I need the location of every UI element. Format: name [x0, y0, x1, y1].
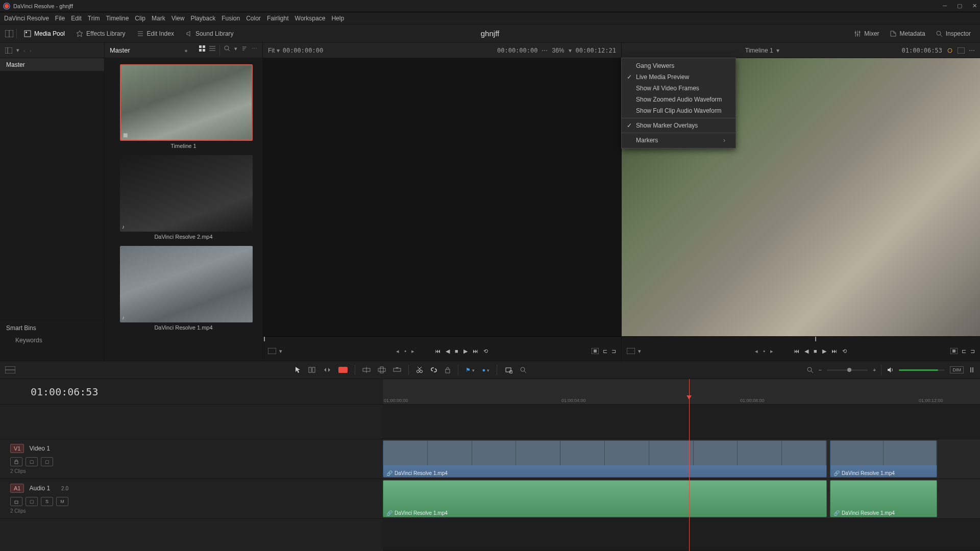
- menu-gang-viewers[interactable]: Gang Viewers: [622, 60, 736, 71]
- list-view-icon[interactable]: [209, 45, 215, 56]
- sound-library-button[interactable]: Sound Library: [181, 28, 238, 39]
- mute-icon[interactable]: [969, 366, 975, 373]
- thumb-view-icon[interactable]: [199, 45, 205, 56]
- sort-icon[interactable]: [241, 45, 248, 56]
- out-point-icon[interactable]: ⊐: [970, 348, 975, 355]
- source-options-icon[interactable]: ⋯: [542, 47, 548, 54]
- stop-dot-icon[interactable]: •: [404, 348, 406, 354]
- track-solo-button[interactable]: S: [41, 497, 53, 506]
- zoom-percentage[interactable]: 36%: [552, 47, 564, 54]
- volume-slider[interactable]: [899, 369, 945, 371]
- mixer-button[interactable]: Mixer: [850, 28, 883, 39]
- panel-layout-icon[interactable]: [5, 47, 12, 54]
- menu-playback[interactable]: Playback: [190, 15, 215, 22]
- menu-view[interactable]: View: [172, 15, 185, 22]
- blade-tool-icon[interactable]: [338, 367, 348, 373]
- play-icon[interactable]: ▶: [822, 348, 826, 355]
- snapping-icon[interactable]: [504, 366, 512, 373]
- menu-mark[interactable]: Mark: [152, 15, 165, 22]
- menu-fairlight[interactable]: Fairlight: [267, 15, 289, 22]
- track-auto-select-icon[interactable]: ▢: [26, 497, 38, 506]
- viewer-mode-icon[interactable]: [268, 348, 276, 354]
- dynamic-trim-icon[interactable]: [323, 366, 331, 373]
- menu-trim[interactable]: Trim: [88, 15, 100, 22]
- single-viewer-icon[interactable]: [958, 47, 965, 54]
- match-frame-icon[interactable]: [592, 348, 599, 354]
- zoom-dropdown-icon[interactable]: ▾: [569, 47, 572, 54]
- go-first-icon[interactable]: ⏮: [435, 348, 440, 354]
- next-edit-icon[interactable]: ▸: [770, 348, 773, 355]
- menu-fusion[interactable]: Fusion: [222, 15, 240, 22]
- menu-file[interactable]: File: [55, 15, 65, 22]
- viewer-options-icon[interactable]: ⋯: [969, 47, 975, 54]
- master-bin[interactable]: Master: [0, 58, 104, 71]
- clip-item[interactable]: ♪ DaVinci Resolve 1.mp4: [120, 246, 247, 331]
- step-back-icon[interactable]: ◀: [446, 348, 450, 355]
- lock-icon[interactable]: [445, 366, 451, 373]
- layout-icon[interactable]: [5, 30, 13, 37]
- loop-icon[interactable]: ⟲: [842, 348, 847, 355]
- audio-clip[interactable]: 🔗DaVinci Resolve 1.mp4: [830, 480, 937, 517]
- flag-icon[interactable]: ⚑ ▾: [465, 367, 475, 373]
- viewer-mode-dropdown-icon[interactable]: ▾: [638, 348, 641, 355]
- stop-dot-icon[interactable]: •: [763, 348, 765, 354]
- menu-edit[interactable]: Edit: [71, 15, 82, 22]
- timeline-playhead[interactable]: [689, 379, 690, 551]
- menu-help[interactable]: Help: [331, 15, 344, 22]
- insert-clip-icon[interactable]: [362, 366, 371, 373]
- timeline-name[interactable]: Timeline 1: [745, 47, 773, 54]
- go-last-icon[interactable]: ⏭: [473, 348, 478, 354]
- nav-back-icon[interactable]: ‹: [23, 47, 26, 54]
- trim-tool-icon[interactable]: [308, 366, 316, 373]
- video-track-badge[interactable]: V1: [10, 444, 24, 453]
- menu-show-marker-overlays[interactable]: ✓Show Marker Overlays: [622, 120, 736, 131]
- zoom-to-fit-icon[interactable]: [806, 366, 814, 373]
- menu-show-zoomed-audio-waveform[interactable]: Show Zoomed Audio Waveform: [622, 94, 736, 105]
- track-lock-icon[interactable]: [10, 457, 22, 466]
- zoom-out-icon[interactable]: −: [819, 367, 822, 373]
- viewer-mode-dropdown-icon[interactable]: ▾: [279, 348, 282, 355]
- source-jog-bar[interactable]: [263, 336, 621, 341]
- zoom-slider[interactable]: [827, 369, 868, 371]
- audio-track-badge[interactable]: A1: [10, 484, 24, 493]
- prev-edit-icon[interactable]: ◂: [755, 348, 758, 355]
- nav-fwd-icon[interactable]: ›: [30, 47, 32, 54]
- search-dropdown-icon[interactable]: ▾: [234, 45, 237, 56]
- minimize-button[interactable]: ─: [943, 3, 947, 9]
- out-point-icon[interactable]: ⊐: [611, 348, 616, 355]
- timeline-current-timecode[interactable]: 01:00:06:53: [0, 379, 383, 405]
- zoom-in-icon[interactable]: +: [873, 367, 876, 373]
- bypass-icon[interactable]: [946, 47, 953, 54]
- in-point-icon[interactable]: ⊏: [962, 348, 966, 355]
- audio-track[interactable]: 🔗DaVinci Resolve 1.mp4 🔗DaVinci Resolve …: [383, 479, 980, 519]
- play-icon[interactable]: ▶: [463, 348, 468, 355]
- menu-davinci[interactable]: DaVinci Resolve: [4, 15, 49, 22]
- prev-edit-icon[interactable]: ◂: [396, 348, 399, 355]
- menu-show-all-video-frames[interactable]: Show All Video Frames: [622, 83, 736, 94]
- dim-button[interactable]: DIM: [950, 366, 964, 373]
- edit-index-button[interactable]: Edit Index: [133, 28, 178, 39]
- video-clip[interactable]: 🔗DaVinci Resolve 1.mp4: [830, 440, 937, 478]
- replace-clip-icon[interactable]: [393, 366, 401, 373]
- clip-item[interactable]: ▦ Timeline 1: [120, 64, 247, 149]
- track-lock-icon[interactable]: [10, 497, 22, 506]
- menu-live-media-preview[interactable]: ✓Live Media Preview: [622, 71, 736, 83]
- in-point-icon[interactable]: ⊏: [603, 348, 607, 355]
- metadata-button[interactable]: Metadata: [886, 28, 929, 39]
- maximize-button[interactable]: ▢: [957, 3, 962, 9]
- track-mute-button[interactable]: M: [56, 497, 68, 506]
- razor-icon[interactable]: [416, 366, 423, 373]
- inspector-button[interactable]: Inspector: [932, 28, 975, 39]
- menu-timeline[interactable]: Timeline: [106, 15, 129, 22]
- loop-icon[interactable]: ⟲: [483, 348, 488, 355]
- smart-bin-keywords[interactable]: Keywords: [6, 337, 98, 344]
- search-icon[interactable]: [224, 45, 230, 56]
- media-pool-button[interactable]: Media Pool: [20, 28, 69, 39]
- stop-icon[interactable]: ■: [814, 348, 817, 354]
- volume-icon[interactable]: [887, 366, 894, 373]
- menu-show-full-clip-audio-waveform[interactable]: Show Full Clip Audio Waveform: [622, 105, 736, 116]
- chevron-down-icon[interactable]: ▾: [16, 47, 19, 54]
- menu-workspace[interactable]: Workspace: [295, 15, 326, 22]
- track-disable-icon[interactable]: ▢: [41, 457, 53, 466]
- audio-clip[interactable]: 🔗DaVinci Resolve 1.mp4: [383, 480, 827, 517]
